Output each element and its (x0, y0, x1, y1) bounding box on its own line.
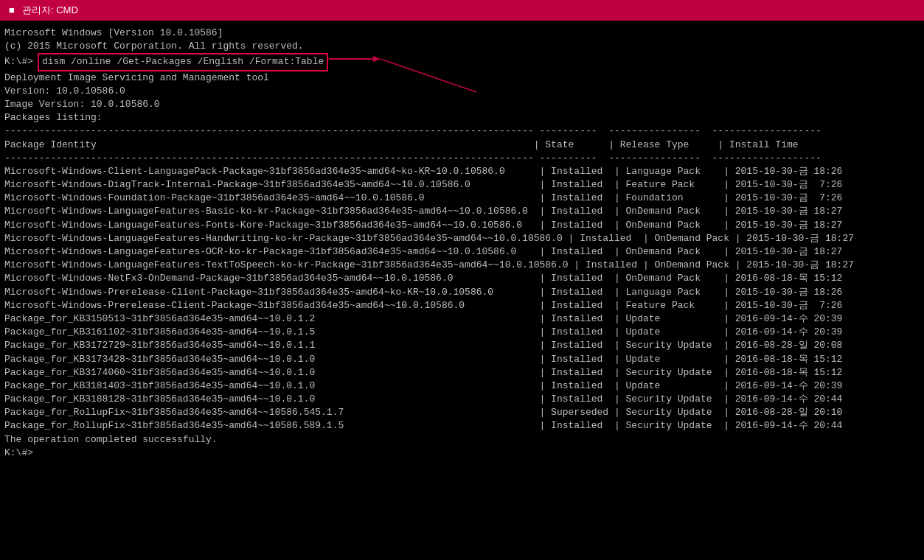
header-line-2: (c) 2015 Microsoft Corporation. All righ… (4, 40, 920, 53)
table-row: Package_for_KB3188128~31bf3856ad364e35~a… (4, 393, 920, 406)
table-row: Microsoft-Windows-Prerelease-Client-Pack… (4, 286, 920, 299)
output-line-6: Packages listing: (4, 111, 920, 125)
table-header: Package Identity | State | Release Type … (4, 139, 920, 152)
svg-marker-1 (373, 56, 381, 62)
output-line-1: Deployment Image Servicing and Managemen… (4, 71, 920, 85)
table-row: Microsoft-Windows-LanguageFeatures-OCR-k… (4, 245, 920, 259)
footer-prompt: K:\#> (4, 447, 920, 460)
title-text: 관리자: CMD (22, 4, 78, 17)
terminal-header: Microsoft Windows [Version 10.0.10586] (… (4, 27, 920, 53)
table-row-superseded: Package_for_RollupFix~31bf3856ad364e35~a… (4, 406, 920, 419)
table-row: Microsoft-Windows-LanguageFeatures-Basic… (4, 205, 920, 218)
table-section: ----------------------------------------… (4, 125, 920, 433)
table-sep-2: ----------------------------------------… (4, 152, 920, 165)
table-row: Package_for_KB3173428~31bf3856ad364e35~a… (4, 353, 920, 366)
table-row: Package_for_KB3181403~31bf3856ad364e35~a… (4, 379, 920, 393)
header-line-1: Microsoft Windows [Version 10.0.10586] (4, 27, 920, 40)
footer-section: The operation completed successfully. K:… (4, 433, 920, 460)
table-row: Package_for_RollupFix~31bf3856ad364e35~a… (4, 419, 920, 433)
table-sep-1: ----------------------------------------… (4, 125, 920, 138)
table-row: Microsoft-Windows-LanguageFeatures-Handw… (4, 232, 920, 245)
table-row: Microsoft-Windows-Prerelease-Client-Pack… (4, 299, 920, 312)
table-row: Microsoft-Windows-LanguageFeatures-Fonts… (4, 219, 920, 232)
table-row: Microsoft-Windows-Foundation-Package~31b… (4, 192, 920, 205)
table-row: Microsoft-Windows-LanguageFeatures-TextT… (4, 259, 920, 272)
terminal-window[interactable]: Microsoft Windows [Version 10.0.10586] (… (0, 21, 924, 560)
table-row: Package_for_KB3150513~31bf3856ad364e35~a… (4, 312, 920, 326)
table-row: Microsoft-Windows-NetFx3-OnDemand-Packag… (4, 272, 920, 285)
output-line-4: Image Version: 10.0.10586.0 (4, 98, 920, 111)
command-box[interactable]: dism /online /Get-Packages /English /For… (38, 53, 328, 71)
table-row: Package_for_KB3174060~31bf3856ad364e35~a… (4, 366, 920, 379)
table-row: Package_for_KB3172729~31bf3856ad364e35~a… (4, 339, 920, 352)
footer-line-1: The operation completed successfully. (4, 433, 920, 447)
command-area: K:\#>dism /online /Get-Packages /English… (4, 53, 920, 71)
table-row: Microsoft-Windows-DiagTrack-Internal-Pac… (4, 178, 920, 192)
title-bar: ■ 관리자: CMD (0, 0, 924, 21)
prompt-prefix: K:\#> (4, 55, 33, 69)
table-row: Microsoft-Windows-Client-LanguagePack-Pa… (4, 165, 920, 178)
cmd-icon: ■ (6, 4, 18, 16)
table-row: Package_for_KB3161102~31bf3856ad364e35~a… (4, 326, 920, 339)
output-line-2: Version: 10.0.10586.0 (4, 85, 920, 98)
output-section: Deployment Image Servicing and Managemen… (4, 71, 920, 125)
